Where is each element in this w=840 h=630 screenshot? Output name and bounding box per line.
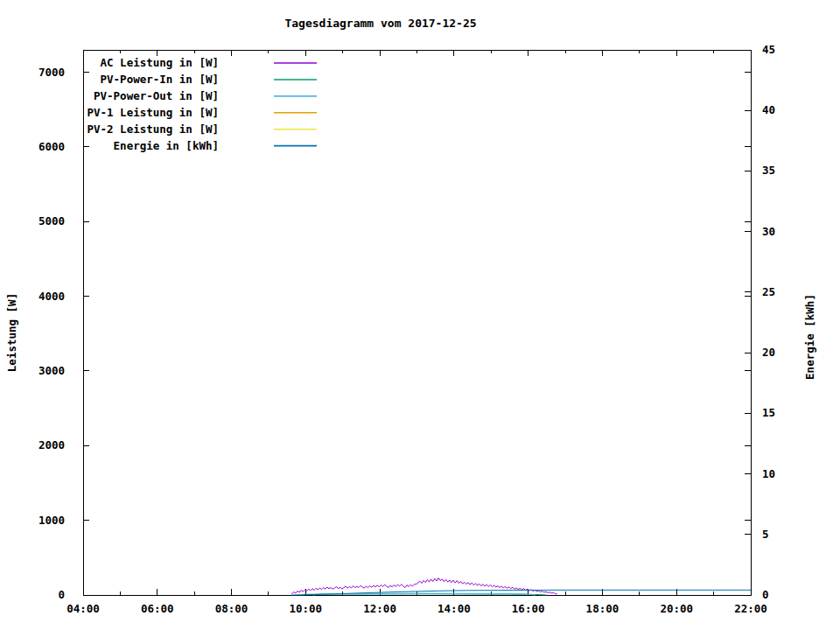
x-tick-label: 16:00 — [512, 602, 545, 615]
legend-label: PV-Power-In in [W] — [101, 73, 219, 86]
legend-label: Energie in [kWh] — [114, 139, 219, 152]
series-line — [291, 578, 557, 595]
y-left-tick-label: 6000 — [38, 140, 65, 153]
x-tick-label: 22:00 — [734, 602, 767, 615]
legend-label: PV-2 Leistung in [W] — [87, 122, 219, 136]
x-tick-label: 20:00 — [660, 602, 693, 615]
y-left-tick-label: 1000 — [38, 514, 65, 527]
y-right-tick-label: 30 — [762, 225, 775, 238]
y-right-tick-label: 35 — [762, 164, 775, 177]
x-tick-label: 04:00 — [66, 602, 100, 615]
y-right-tick-label: 25 — [762, 285, 775, 298]
x-tick-label: 14:00 — [438, 602, 471, 615]
legend: AC Leistung in [W]PV-Power-In in [W]PV-P… — [87, 56, 317, 152]
x-tick-label: 06:00 — [141, 602, 174, 615]
y-axis-right-label: Energie [kWh] — [803, 294, 816, 380]
legend-label: PV-Power-Out in [W] — [94, 89, 219, 102]
x-tick-label: 18:00 — [586, 602, 620, 615]
x-tick-label: 12:00 — [363, 602, 396, 615]
y-axis-left-label: Leistung [W] — [5, 293, 18, 372]
y-left-tick-label: 4000 — [38, 290, 65, 303]
y-left-tick-label: 5000 — [38, 214, 65, 228]
y-left-tick-label: 7000 — [38, 66, 65, 79]
y-right-tick-label: 40 — [762, 103, 775, 116]
y-right-tick-label: 20 — [762, 346, 775, 359]
x-tick-label: 08:00 — [215, 602, 248, 615]
y-left-tick-label: 0 — [58, 588, 65, 601]
chart-page: Tagesdiagramm vom 2017-12-25 Leistung [W… — [0, 0, 840, 630]
legend-label: PV-1 Leistung in [W] — [87, 106, 219, 119]
y-right-tick-label: 5 — [762, 528, 769, 541]
y-left-tick-label: 3000 — [38, 364, 65, 377]
y-right-tick-label: 0 — [762, 588, 769, 601]
y-right-tick-label: 15 — [762, 406, 775, 419]
y-right-tick-label: 10 — [762, 467, 775, 480]
legend-label: AC Leistung in [W] — [101, 56, 219, 69]
y-right-tick-label: 45 — [762, 43, 775, 56]
chart-canvas: Tagesdiagramm vom 2017-12-25 Leistung [W… — [0, 0, 840, 630]
y-left-tick-label: 2000 — [38, 438, 65, 452]
data-series — [291, 578, 751, 596]
chart-title: Tagesdiagramm vom 2017-12-25 — [284, 17, 476, 30]
x-tick-label: 10:00 — [290, 602, 323, 615]
